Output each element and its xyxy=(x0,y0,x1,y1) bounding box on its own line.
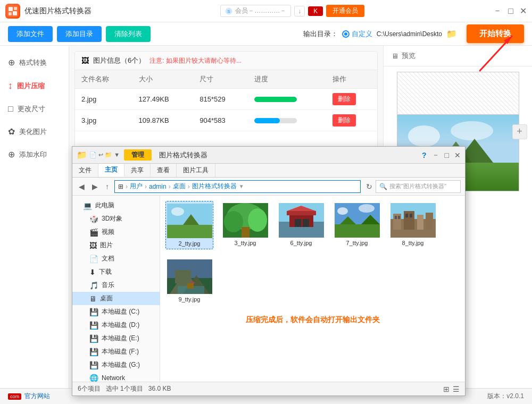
file-name-0: 2.jpg xyxy=(75,89,132,110)
sidebar-label-compress: 图片压缩 xyxy=(17,81,45,91)
list-item[interactable]: 6_tty.jpg xyxy=(277,201,325,249)
path-desktop[interactable]: 桌面 xyxy=(173,182,186,191)
address-path[interactable]: ⊞ › 用户 › admin › 桌面 › 图片格式转换器 ▼ xyxy=(114,180,361,193)
tree-item-desktop[interactable]: 🖥 桌面 xyxy=(72,292,160,305)
explorer-maximize-button[interactable]: □ xyxy=(445,151,449,159)
file-progress-1 xyxy=(248,110,326,131)
open-vip-button[interactable]: 开通会员 xyxy=(326,5,364,17)
explorer-app-title: 图片格式转换器 xyxy=(159,150,207,160)
preview-checkers xyxy=(397,72,519,114)
tree-item-music[interactable]: 🎵 音乐 xyxy=(72,279,160,292)
forward-button[interactable]: ▶ xyxy=(90,181,100,192)
sidebar-item-watermark[interactable]: ⊕ 添加水印 xyxy=(0,143,69,166)
list-item[interactable]: 9_tty.jpg xyxy=(165,257,213,305)
svg-point-31 xyxy=(337,207,348,215)
manage-tab[interactable]: 管理 xyxy=(124,149,152,161)
tree-item-drive-g[interactable]: 💾 本地磁盘 (G:) xyxy=(72,358,160,372)
up-button[interactable]: ↑ xyxy=(103,181,111,192)
svg-rect-3 xyxy=(9,12,12,15)
folder-browse-button[interactable]: 📁 xyxy=(446,29,457,39)
drive-e-icon: 💾 xyxy=(89,334,98,343)
sidebar-item-format[interactable]: ⊕ 格式转换 xyxy=(0,51,69,74)
app-title: 优速图片格式转换器 xyxy=(24,6,92,16)
list-item[interactable]: 3_tty.jpg xyxy=(221,201,269,249)
back-button[interactable]: ◀ xyxy=(77,181,87,192)
footer-website[interactable]: 官方网站 xyxy=(24,392,50,401)
tree-item-drive-f[interactable]: 💾 本地磁盘 (F:) xyxy=(72,345,160,358)
ribbon-tab-share[interactable]: 共享 xyxy=(124,164,151,177)
tree-label-music: 音乐 xyxy=(102,281,114,290)
explorer-title-left: 📁 📄 ↩ 📁 ▼ 管理 图片格式转换器 xyxy=(77,149,207,161)
svg-rect-14 xyxy=(167,225,212,238)
path-dropdown[interactable]: ▼ xyxy=(239,183,244,189)
explorer-body: 💻 此电脑 🎲 3D对象 🎬 视频 🖼 图片 📄 文档 ⬇ 下载 xyxy=(72,196,465,382)
minimize-button[interactable]: － xyxy=(493,5,502,16)
refresh-button[interactable]: ↻ xyxy=(366,182,372,191)
tree-item-drive-d[interactable]: 💾 本地磁盘 (D:) xyxy=(72,318,160,332)
tree-item-3d[interactable]: 🎲 3D对象 xyxy=(72,212,160,225)
svg-point-15 xyxy=(171,207,184,216)
explorer-help-button[interactable]: ? xyxy=(422,151,427,159)
delete-button-1[interactable]: 删除 xyxy=(332,114,356,127)
clear-list-button[interactable]: 清除列表 xyxy=(106,26,151,42)
tree-item-pictures[interactable]: 🖼 图片 xyxy=(72,239,160,252)
radio-custom[interactable]: 自定义 xyxy=(342,29,372,39)
ribbon-tab-picture-tools[interactable]: 图片工具 xyxy=(177,164,215,177)
list-view-button[interactable]: ☰ xyxy=(453,385,460,393)
grid-view-button[interactable]: ⊞ xyxy=(443,385,450,393)
delete-button-0[interactable]: 删除 xyxy=(332,93,356,105)
sidebar: ⊕ 格式转换 ↕ 图片压缩 □ 更改尺寸 ✿ 美化图片 ⊕ 添加水印 xyxy=(0,46,69,388)
ribbon-tab-file[interactable]: 文件 xyxy=(72,164,98,177)
explorer-close-button[interactable]: ✕ xyxy=(454,151,461,159)
start-convert-button[interactable]: 开始转换 xyxy=(467,24,524,43)
warning-text: 注意: 如果图片较大请耐心等待... xyxy=(149,56,242,65)
maximize-button[interactable]: □ xyxy=(508,6,513,16)
list-item[interactable]: 7_tty.jpg xyxy=(333,201,381,249)
list-item[interactable]: 2_tty.jpg xyxy=(165,201,213,249)
video-icon: 🎬 xyxy=(89,228,98,237)
close-button[interactable]: ✕ xyxy=(520,6,527,16)
toolbar: 添加文件 添加目录 清除列表 输出目录： 自定义 C:\Users\admin\… xyxy=(0,22,532,46)
ribbon-tab-view[interactable]: 查看 xyxy=(151,164,177,177)
tree-item-computer[interactable]: 💻 此电脑 xyxy=(72,199,160,212)
svg-rect-28 xyxy=(303,219,309,227)
tree-label-drive-d: 本地磁盘 (D:) xyxy=(102,321,139,330)
tree-item-downloads[interactable]: ⬇ 下载 xyxy=(72,265,160,279)
tree-item-drive-c[interactable]: 💾 本地磁盘 (C:) xyxy=(72,305,160,318)
path-users[interactable]: 用户 xyxy=(130,182,143,191)
tree-item-documents[interactable]: 📄 文档 xyxy=(72,252,160,265)
tree-label-video: 视频 xyxy=(102,228,114,237)
tree-item-network[interactable]: 🌐 Network xyxy=(72,372,160,382)
computer-icon: 💻 xyxy=(83,201,92,210)
sidebar-item-resize[interactable]: □ 更改尺寸 xyxy=(0,98,69,120)
search-icon: 🔍 xyxy=(379,183,387,190)
completion-text: 压缩完成后，软件会自动打开输出文件夹 xyxy=(165,315,460,325)
col-action: 操作 xyxy=(326,70,377,89)
documents-icon: 📄 xyxy=(89,255,98,263)
downloads-icon: ⬇ xyxy=(89,268,96,276)
sidebar-label-watermark: 添加水印 xyxy=(19,150,47,159)
version-dropdown[interactable]: ↓ xyxy=(294,6,305,16)
path-admin[interactable]: admin xyxy=(149,183,167,190)
file-info-header: 🖼 图片信息（6个） 注意: 如果图片较大请耐心等待... xyxy=(75,52,377,70)
tree-label-drive-g: 本地磁盘 (G:) xyxy=(102,360,140,369)
sidebar-item-compress[interactable]: ↕ 图片压缩 xyxy=(0,74,69,98)
tree-item-drive-e[interactable]: 💾 本地磁盘 (E:) xyxy=(72,332,160,345)
add-file-button[interactable]: 添加文件 xyxy=(8,26,53,42)
svg-point-19 xyxy=(224,211,243,232)
path-folder[interactable]: 图片格式转换器 xyxy=(192,182,237,191)
preview-add-button[interactable]: + xyxy=(512,124,527,139)
pictures-icon: 🖼 xyxy=(89,241,97,250)
member-text: S 会员－…………－ xyxy=(220,5,291,17)
format-icon: ⊕ xyxy=(8,57,15,68)
tree-item-video[interactable]: 🎬 视频 xyxy=(72,225,160,239)
add-dir-button[interactable]: 添加目录 xyxy=(57,26,102,42)
sidebar-item-beautify[interactable]: ✿ 美化图片 xyxy=(0,120,69,143)
explorer-minimize-button[interactable]: － xyxy=(432,150,439,160)
list-item[interactable]: 8_tty.jpg xyxy=(389,201,437,249)
ribbon-tab-home[interactable]: 主页 xyxy=(98,164,124,177)
search-box[interactable]: 🔍 搜索"图片格式转换器" xyxy=(376,180,461,193)
grid-label-9tty: 9_tty.jpg xyxy=(179,296,201,302)
watermark-icon: ⊕ xyxy=(8,149,15,159)
thumbnail-2tty xyxy=(167,204,212,238)
